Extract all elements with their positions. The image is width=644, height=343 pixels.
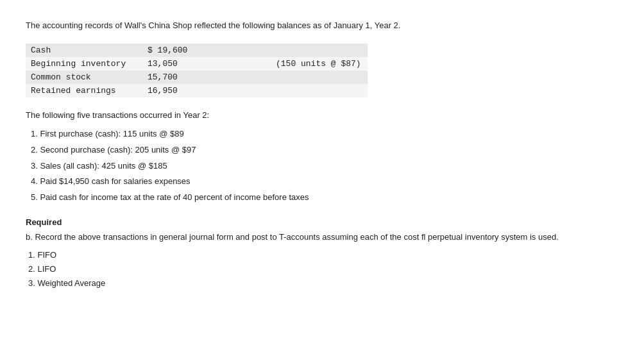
balance-label: Retained earnings bbox=[26, 84, 141, 97]
required-section: Required b. Record the above transaction… bbox=[26, 217, 618, 290]
intro-paragraph: The accounting records of Wall's China S… bbox=[26, 19, 618, 32]
balance-row: Cash$ 19,600 bbox=[26, 44, 368, 57]
balance-value: 16,950 bbox=[141, 84, 269, 97]
required-text: b. Record the above transactions in gene… bbox=[26, 231, 618, 244]
balance-value: 15,700 bbox=[141, 71, 269, 84]
balance-note bbox=[269, 71, 368, 84]
balance-value: 13,050 bbox=[141, 57, 269, 71]
balance-row: Beginning inventory13,050(150 units @ $8… bbox=[26, 57, 368, 71]
transaction-item: 2. Second purchase (cash): 205 units @ $… bbox=[31, 144, 618, 157]
transactions-list: 1. First purchase (cash): 115 units @ $8… bbox=[26, 128, 618, 205]
cost-method-item: 1. FIFO bbox=[28, 248, 618, 262]
balance-label: Cash bbox=[26, 44, 141, 57]
transaction-item: 1. First purchase (cash): 115 units @ $8… bbox=[31, 128, 618, 141]
required-label: Required bbox=[26, 217, 618, 227]
balance-table: Cash$ 19,600Beginning inventory13,050(15… bbox=[26, 44, 368, 97]
balance-label: Beginning inventory bbox=[26, 57, 141, 71]
balance-label: Common stock bbox=[26, 71, 141, 84]
cost-method-item: 2. LIFO bbox=[28, 262, 618, 276]
balance-note bbox=[269, 44, 368, 57]
balance-row: Retained earnings16,950 bbox=[26, 84, 368, 97]
transaction-item: 4. Paid $14,950 cash for salaries expens… bbox=[31, 175, 618, 188]
transaction-item: 3. Sales (all cash): 425 units @ $185 bbox=[31, 160, 618, 173]
transactions-intro: The following five transactions occurred… bbox=[26, 109, 618, 122]
transaction-item: 5. Paid cash for income tax at the rate … bbox=[31, 191, 618, 205]
balance-note: (150 units @ $87) bbox=[269, 57, 368, 71]
balance-note bbox=[269, 84, 368, 97]
balance-row: Common stock15,700 bbox=[26, 71, 368, 84]
balance-value: $ 19,600 bbox=[141, 44, 269, 57]
cost-methods-list: 1. FIFO2. LIFO3. Weighted Average bbox=[26, 248, 618, 290]
cost-method-item: 3. Weighted Average bbox=[28, 276, 618, 290]
